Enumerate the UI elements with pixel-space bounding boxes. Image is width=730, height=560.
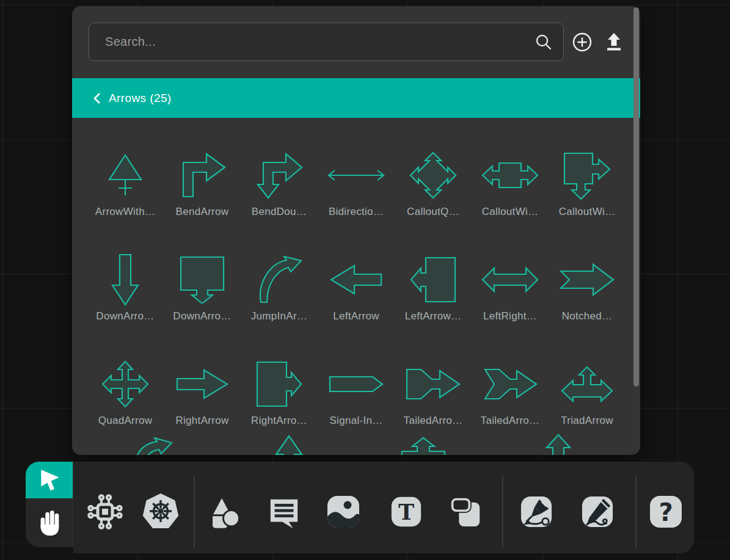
hand-icon <box>35 509 64 537</box>
svg-text:T: T <box>398 500 414 525</box>
u-turn-arrow-icon <box>133 437 175 455</box>
up-down-arrow-icon <box>546 434 571 455</box>
shape-item[interactable]: BendArrow <box>164 145 241 222</box>
shapes-icon <box>204 493 242 531</box>
shape-item[interactable]: UpArrow <box>222 431 357 455</box>
triad-arrow-icon <box>561 366 613 402</box>
shape-item[interactable]: UpArrow… <box>356 431 491 455</box>
search-input[interactable] <box>89 23 564 61</box>
shape-library-panel: Arrows (25) ArrowWith… BendArrow BendDou… <box>72 6 640 455</box>
up-arrow-icon <box>275 435 303 455</box>
network-tool-button[interactable] <box>86 492 125 531</box>
shape-item[interactable]: QuadArrow <box>87 354 164 431</box>
toolbar-divider <box>502 476 503 548</box>
left-arrow-callout-icon <box>410 256 456 303</box>
text-tool-button[interactable]: T <box>390 496 422 528</box>
shape-item[interactable]: Notched… <box>549 249 626 327</box>
shapes-tool-button[interactable] <box>204 493 242 531</box>
shape-label: CalloutWi… <box>559 206 616 222</box>
category-title: Arrows (25) <box>109 92 172 105</box>
quad-arrow-icon <box>101 360 149 408</box>
shape-label: LeftRight… <box>483 310 537 327</box>
shape-item[interactable]: Signal-In… <box>318 354 395 431</box>
search-icon <box>535 33 553 51</box>
shape-item[interactable]: LeftRight… <box>472 249 549 327</box>
shape-item[interactable]: TailedArro… <box>395 354 472 431</box>
shape-item[interactable]: JumpInAr… <box>241 249 318 327</box>
shape-item[interactable]: DownArro… <box>164 249 241 327</box>
jump-in-arrow-icon <box>257 256 302 304</box>
freehand-draw-tool-button[interactable] <box>581 495 614 528</box>
shape-item[interactable]: TriadArrow <box>549 354 626 431</box>
upload-icon <box>605 32 623 52</box>
shape-item[interactable]: CalloutWi… <box>549 145 626 222</box>
shape-label: Bidirectio… <box>329 206 384 222</box>
tailed-arrow-chevron-icon <box>483 366 538 402</box>
shape-label: Notched… <box>562 310 613 327</box>
shape-label: TailedArro… <box>404 415 463 431</box>
shape-item[interactable]: UpDown… <box>491 431 626 455</box>
note-icon <box>450 496 481 528</box>
callout-quad-arrow-icon <box>409 151 457 199</box>
shape-label: LeftArrow <box>333 310 379 327</box>
up-arrow-callout-icon <box>401 437 446 455</box>
upload-shape-button[interactable] <box>602 31 626 54</box>
shape-item[interactable]: CalloutQ… <box>395 145 472 222</box>
shape-item[interactable]: Bidirectio… <box>318 145 395 222</box>
shape-item[interactable]: ArrowWith… <box>87 145 164 222</box>
tool-mode-group <box>26 462 73 547</box>
select-tool-button[interactable] <box>26 462 73 498</box>
arrow-with-stem-icon <box>108 153 143 198</box>
back-button[interactable] <box>93 92 101 104</box>
left-right-arrow-icon <box>481 266 539 294</box>
bidirectional-arrow-icon <box>327 169 385 182</box>
callout-width-arrow-icon <box>481 159 539 191</box>
shape-item[interactable]: CalloutWi… <box>472 145 549 222</box>
help-icon: ? <box>649 495 683 529</box>
panel-scrollbar[interactable] <box>633 7 639 387</box>
pen-connector-icon <box>520 495 553 528</box>
shape-item[interactable]: LeftArrow… <box>395 249 472 327</box>
left-arrow-icon <box>330 264 382 295</box>
comment-tool-button[interactable] <box>268 495 301 529</box>
image-tool-button[interactable] <box>326 495 360 529</box>
shape-item[interactable]: DownArro… <box>87 249 164 327</box>
comment-icon <box>268 495 301 529</box>
svg-text:?: ? <box>659 498 673 526</box>
shape-grid: ArrowWith… BendArrow BendDou… Bidirectio… <box>72 118 640 455</box>
shape-label: ArrowWith… <box>95 206 155 222</box>
help-button[interactable]: ? <box>649 495 683 529</box>
add-shape-button[interactable] <box>571 31 594 54</box>
shape-label: DownArro… <box>173 310 231 327</box>
shape-label: DownArro… <box>96 310 154 327</box>
category-header: Arrows (25) <box>72 78 640 118</box>
shape-item[interactable]: RightArro… <box>241 354 318 431</box>
bend-double-arrow-icon <box>255 151 303 199</box>
canvas[interactable]: { "colors": { "teal_accent": "#00B3A0", … <box>0 0 730 560</box>
shape-label: CalloutWi… <box>482 206 539 222</box>
plus-circle-icon <box>572 32 593 53</box>
shape-item[interactable]: BendDou… <box>241 145 318 222</box>
pencil-icon <box>581 495 614 528</box>
shape-item[interactable]: LeftArrow <box>318 249 395 327</box>
network-icon <box>86 492 125 531</box>
note-tool-button[interactable] <box>450 496 481 528</box>
toolbar-divider <box>194 476 195 548</box>
cursor-icon <box>37 467 62 493</box>
shape-item[interactable]: UTurnArrow <box>87 431 222 455</box>
shape-item[interactable]: RightArrow <box>164 354 241 431</box>
notched-right-arrow-icon <box>560 263 615 296</box>
pan-tool-button[interactable] <box>26 498 73 547</box>
callout-right-down-arrow-icon <box>562 151 612 200</box>
shape-item[interactable]: TailedArro… <box>472 354 549 431</box>
kubernetes-tool-button[interactable] <box>141 492 181 531</box>
bend-arrow-icon <box>178 153 226 198</box>
tailed-arrow-icon <box>406 366 461 402</box>
toolbar-divider <box>635 476 637 548</box>
shape-label: JumpInAr… <box>251 310 307 327</box>
shape-label: Signal-In… <box>329 415 382 431</box>
connector-pen-tool-button[interactable] <box>520 495 553 528</box>
right-arrow-callout-icon <box>256 361 302 407</box>
shape-label: TailedArro… <box>481 415 540 431</box>
text-icon: T <box>390 496 422 528</box>
